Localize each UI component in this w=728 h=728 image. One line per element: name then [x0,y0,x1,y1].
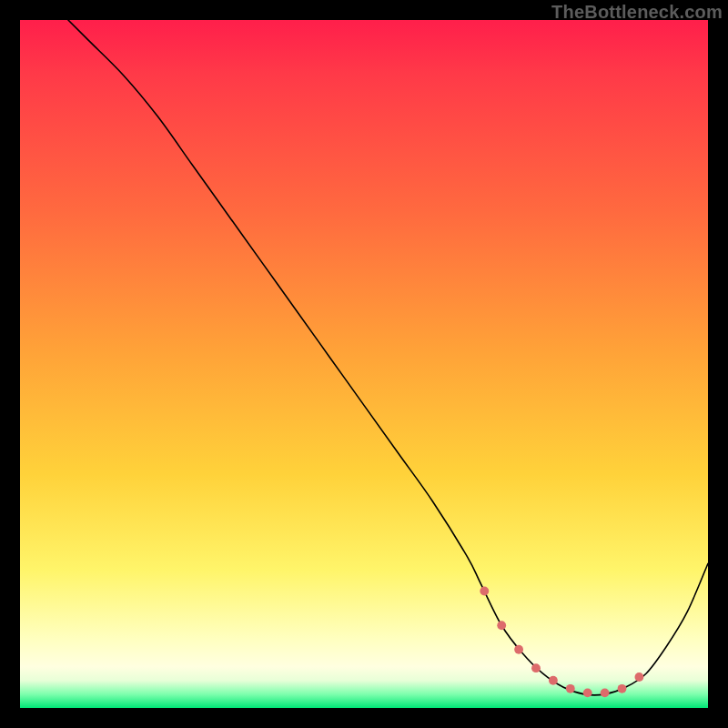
optimal-marker [618,684,627,693]
optimal-marker [583,688,592,697]
optimal-marker [566,684,575,693]
chart-svg [20,20,708,708]
optimal-zone-markers [480,587,643,698]
optimal-marker [549,676,558,685]
optimal-marker [497,621,506,630]
plot-area [20,20,708,708]
optimal-marker [514,645,523,654]
bottleneck-curve [68,20,708,695]
optimal-marker [634,672,643,682]
optimal-marker [601,688,610,697]
chart-stage: TheBottleneck.com [0,0,728,728]
optimal-marker [531,663,541,672]
optimal-marker [480,587,489,596]
